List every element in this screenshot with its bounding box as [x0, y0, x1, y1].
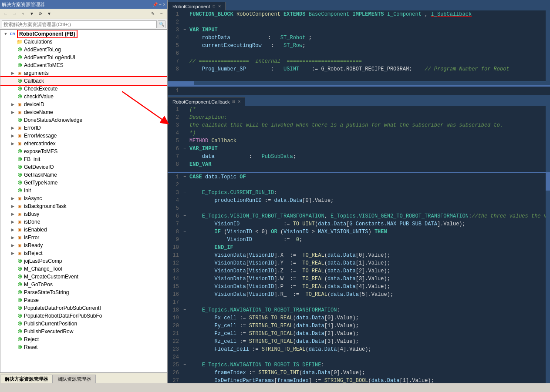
tree-item-isenabled[interactable]: ▶ ▣ isEnabled: [0, 226, 167, 234]
tree-item-calculations[interactable]: 📁 Calculations: [0, 38, 167, 46]
tree-item-isdone[interactable]: ▶ ▣ isDone: [0, 218, 167, 226]
robotcomponent-tab[interactable]: RobotComponent ⊡ ×: [168, 2, 226, 10]
home-dropdown-button[interactable]: ▼: [28, 10, 36, 18]
tree-item-devicename[interactable]: ▶ ▣ deviceName: [0, 108, 167, 116]
collapse-btn-6b[interactable]: −: [182, 212, 188, 220]
tree-item-fbinit[interactable]: Ⓜ FB_init: [0, 155, 167, 163]
tree-item-gettypename[interactable]: Ⓜ GetTypeName: [0, 179, 167, 187]
expand-icon[interactable]: ▶: [9, 195, 16, 202]
tree-item-reject[interactable]: Ⓜ Reject: [0, 335, 167, 343]
tree-item-deviceid[interactable]: ▶ ▣ deviceID: [0, 101, 167, 108]
expand-icon[interactable]: ▶: [9, 124, 16, 131]
tree-item-errormessage[interactable]: ▶ ▣ ErrorMessage: [0, 132, 167, 140]
tree-item-addeventtologandui[interactable]: Ⓜ AddEventToLogAndUI: [0, 54, 167, 61]
bottom-line-18: 18 − E_Topics.NAVIGATION_TO_ROBOT_TRANSF…: [168, 306, 550, 314]
root-expand-icon[interactable]: ▼: [2, 30, 9, 37]
method-line-4: 4 *): [168, 129, 550, 137]
line-number: 1: [168, 10, 182, 18]
tree-item-publishexecuted[interactable]: Ⓜ PublishExecutedRow: [0, 328, 167, 335]
collapse-btn[interactable]: [182, 10, 188, 18]
refresh-dropdown-button[interactable]: ▼: [45, 10, 53, 18]
home-button[interactable]: ⌂: [19, 10, 27, 18]
tree-item-isbusy[interactable]: ▶ ▣ isBusy: [0, 210, 167, 218]
tree-item-callback[interactable]: Ⓜ Callback: [0, 77, 167, 85]
vertical-scrollbar-2[interactable]: [546, 106, 550, 172]
expand-icon[interactable]: ▶: [9, 132, 16, 139]
tree-item-populatedata[interactable]: Ⓜ PopulateDataForPubSubCurrentI: [0, 304, 167, 312]
tree-item-arguments[interactable]: ▶ ▣ arguments: [0, 69, 167, 77]
minimize-icon[interactable]: −: [159, 2, 162, 7]
expand-icon[interactable]: ▶: [9, 234, 16, 241]
method-tab-close-button[interactable]: ×: [238, 99, 240, 104]
back-button[interactable]: ←: [2, 10, 10, 18]
collapse-btn-3b[interactable]: −: [182, 189, 188, 197]
pin-icon[interactable]: 📌: [152, 2, 158, 7]
tree-item-isbackgroundtask[interactable]: ▶ ▣ isBackgroundTask: [0, 202, 167, 210]
expand-icon[interactable]: ▶: [9, 203, 16, 210]
method-code-pane: 1 (* 2 Description: 3 the callback that …: [168, 106, 550, 173]
tree-item-addeventtomes[interactable]: Ⓜ AddEventToMES: [0, 61, 167, 69]
callback-tab[interactable]: RobotComponent.Callback ⊡ ×: [168, 97, 245, 106]
bottom-tab-bar: 解决方案资源管理器 团队资源管理器: [0, 373, 167, 383]
tree-item-isreject[interactable]: ▶ ▣ isReject: [0, 249, 167, 257]
collapse-btn-3[interactable]: −: [182, 26, 188, 34]
tree-item-parsestate[interactable]: Ⓜ ParseStateToString: [0, 288, 167, 296]
expand-icon[interactable]: ▶: [9, 242, 16, 249]
expand-icon[interactable]: ▶: [9, 70, 16, 77]
tree-item-addeventtolog[interactable]: Ⓜ AddEventToLog: [0, 46, 167, 54]
tree-item-errorid[interactable]: ▶ ▣ ErrorID: [0, 124, 167, 132]
search-input[interactable]: [2, 20, 157, 28]
tree-item-mcreatecustomevent[interactable]: Ⓜ M_CreateCustomEvent: [0, 273, 167, 281]
tree-item-checkifvalue[interactable]: Ⓜ checkIfValue: [0, 93, 167, 101]
search-button[interactable]: 🔍: [158, 20, 165, 28]
tree-item-pause[interactable]: Ⓜ Pause: [0, 296, 167, 304]
collapse-btn-18[interactable]: −: [182, 306, 188, 314]
collapse-btn-case[interactable]: −: [182, 173, 188, 181]
tree-item-donestatusack[interactable]: Ⓜ DoneStatusAcknowledge: [0, 116, 167, 124]
expand-icon[interactable]: ▶: [9, 211, 16, 218]
tree-item-getdeviceio[interactable]: Ⓜ GetDeviceIO: [0, 163, 167, 171]
minus-button[interactable]: −: [158, 10, 165, 18]
refresh-button[interactable]: ⟳: [37, 10, 44, 18]
item-label: arguments: [24, 70, 49, 76]
tree-root-item[interactable]: ▼ FB RobotComponent (FB): [0, 30, 167, 38]
expand-icon[interactable]: ▶: [9, 140, 16, 147]
prop-icon: ▣: [16, 109, 23, 116]
tree-item-reset[interactable]: Ⓜ Reset: [0, 343, 167, 351]
tree-item-checkexecute[interactable]: Ⓜ CheckExecute: [0, 85, 167, 93]
collapse-btn-8[interactable]: −: [182, 228, 188, 236]
edit-button[interactable]: ✎: [149, 10, 157, 18]
tree-item-isasync[interactable]: ▶ ▣ isAsync: [0, 194, 167, 202]
tree-item-jojlastposcomp[interactable]: Ⓜ jojLastPosComp: [0, 257, 167, 265]
solution-explorer-tab[interactable]: 解决方案资源管理器: [0, 375, 53, 383]
vertical-scrollbar[interactable]: [546, 10, 550, 85]
vertical-scrollbar-3[interactable]: [546, 173, 550, 383]
bottom-code-pane[interactable]: 1 − CASE data.Topic OF 2 3 − E_Topics.CU…: [168, 173, 550, 383]
expand-icon[interactable]: ▶: [9, 101, 16, 108]
collapse-btn-25[interactable]: −: [182, 361, 188, 369]
tab-close-button[interactable]: ×: [218, 4, 221, 9]
collapse-btn-6[interactable]: −: [182, 145, 188, 153]
bottom-line-14: 14 VisionData[VisionID].W := TO_REAL(dat…: [168, 275, 550, 283]
tree-item-publishcurrent[interactable]: Ⓜ PublishCurrentPosition: [0, 320, 167, 328]
expand-icon[interactable]: ▶: [9, 218, 16, 225]
expand-icon[interactable]: ▶: [9, 226, 16, 233]
tree-item-mchangetool[interactable]: Ⓜ M_Change_Tool: [0, 265, 167, 273]
tree-item-ethercatindex[interactable]: ▶ ▣ ethercatIndex: [0, 140, 167, 147]
tab-label: RobotComponent: [172, 4, 210, 9]
forward-button[interactable]: →: [10, 10, 18, 18]
tree-item-isready[interactable]: ▶ ▣ isReady: [0, 241, 167, 249]
tree-item-exposetomes[interactable]: Ⓜ exposeToMES: [0, 147, 167, 155]
close-icon[interactable]: ×: [163, 2, 165, 7]
horizontal-scrollbar[interactable]: [168, 81, 546, 85]
tree-item-mgotopos[interactable]: Ⓜ M_GoToPos: [0, 281, 167, 288]
solution-explorer-tree: ▼ FB RobotComponent (FB) 📁 Calculations …: [0, 30, 167, 373]
tree-item-populaterobot[interactable]: Ⓜ PopulateRobotDataForPubSubFo: [0, 312, 167, 320]
tree-item-gettaskname[interactable]: Ⓜ GetTaskName: [0, 171, 167, 179]
tree-item-init[interactable]: Ⓜ Init: [0, 187, 167, 194]
expand-icon[interactable]: ▶: [9, 109, 16, 116]
team-explorer-tab[interactable]: 团队资源管理器: [53, 375, 96, 383]
tree-item-iserror[interactable]: ▶ ▣ isError: [0, 234, 167, 241]
expand-icon[interactable]: ▶: [9, 250, 16, 257]
calc-expand[interactable]: [9, 38, 16, 45]
